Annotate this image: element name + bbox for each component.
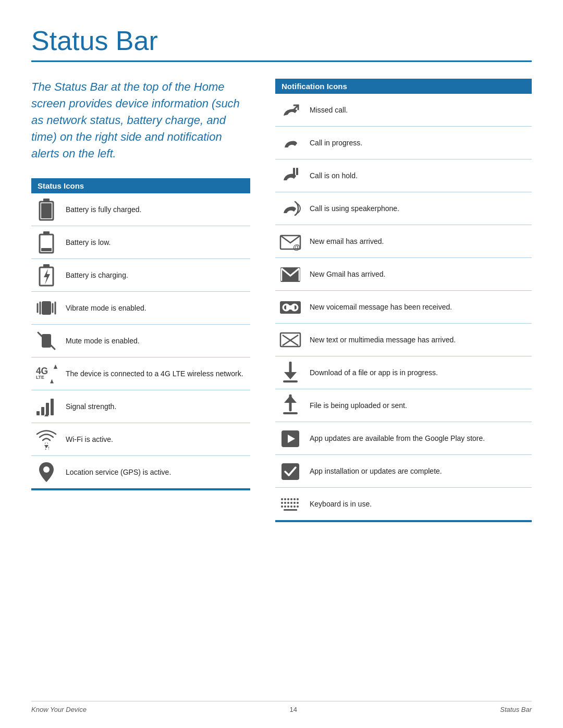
speakerphone-desc: Call is using speakerphone. bbox=[305, 192, 532, 225]
table-row: Battery is fully charged. bbox=[31, 193, 250, 226]
mute-icon bbox=[35, 330, 57, 352]
app-updates-icon bbox=[279, 427, 301, 449]
missed-call-desc: Missed call. bbox=[305, 94, 532, 127]
svg-rect-2 bbox=[41, 203, 52, 218]
svg-rect-24 bbox=[41, 407, 44, 415]
4g-lte-icon: 4G LTE bbox=[35, 363, 57, 385]
table-row: App updates are available from the Googl… bbox=[275, 422, 532, 455]
icon-cell bbox=[275, 389, 305, 422]
icon-cell bbox=[275, 422, 305, 455]
table-row: Battery is low. bbox=[31, 226, 250, 259]
table-row: 4G LTE The bbox=[31, 357, 250, 390]
svg-rect-23 bbox=[36, 411, 40, 415]
keyboard-icon bbox=[279, 493, 301, 515]
svg-point-70 bbox=[297, 502, 299, 504]
svg-text:↓↑: ↓↑ bbox=[44, 445, 50, 450]
call-in-progress-icon bbox=[279, 132, 301, 154]
icon-cell bbox=[275, 94, 305, 127]
icon-cell bbox=[275, 488, 305, 521]
svg-point-76 bbox=[297, 505, 299, 508]
download-icon bbox=[279, 362, 301, 384]
battery-charging-icon bbox=[35, 264, 57, 286]
svg-point-75 bbox=[293, 505, 296, 508]
table-row: App installation or updates are complete… bbox=[275, 455, 532, 488]
gps-desc: Location service (GPS) is active. bbox=[62, 456, 250, 489]
table-row: Signal strength. bbox=[31, 390, 250, 423]
table-row: Mute mode is enabled. bbox=[31, 325, 250, 357]
table-row: Battery is charging. bbox=[31, 259, 250, 292]
main-content: The Status Bar at the top of the Home sc… bbox=[31, 79, 532, 522]
svg-point-63 bbox=[293, 498, 296, 500]
svg-rect-26 bbox=[51, 399, 54, 415]
icon-cell bbox=[275, 324, 305, 356]
table-row: Call is on hold. bbox=[275, 159, 532, 192]
svg-rect-11 bbox=[42, 301, 51, 315]
title-divider bbox=[31, 60, 532, 62]
footer-left: Know Your Device bbox=[31, 706, 87, 713]
icon-cell bbox=[275, 356, 305, 389]
icon-cell bbox=[275, 159, 305, 192]
status-icons-table: Battery is fully charged. bbox=[31, 193, 250, 489]
icon-cell: 4G LTE bbox=[31, 357, 62, 390]
page-container: Status Bar The Status Bar at the top of … bbox=[0, 0, 563, 553]
svg-rect-5 bbox=[41, 248, 52, 251]
mute-desc: Mute mode is enabled. bbox=[62, 325, 250, 357]
svg-point-71 bbox=[281, 505, 283, 508]
wifi-icon: ↓↑ bbox=[35, 428, 57, 450]
gps-icon bbox=[35, 461, 57, 483]
table-row: File is being uploaded or sent. bbox=[275, 389, 532, 422]
vibrate-icon bbox=[35, 297, 57, 319]
svg-point-64 bbox=[297, 498, 299, 500]
icon-cell bbox=[275, 291, 305, 324]
footer-right: Status Bar bbox=[500, 706, 532, 713]
svg-point-74 bbox=[290, 505, 292, 508]
icon-cell bbox=[31, 292, 62, 325]
table-row: Location service (GPS) is active. bbox=[31, 456, 250, 489]
svg-text:@: @ bbox=[293, 243, 300, 251]
svg-rect-58 bbox=[282, 463, 299, 480]
battery-low-desc: Battery is low. bbox=[62, 226, 250, 259]
svg-rect-55 bbox=[283, 412, 298, 414]
svg-point-69 bbox=[293, 502, 296, 504]
call-in-progress-desc: Call in progress. bbox=[305, 127, 532, 159]
svg-rect-77 bbox=[284, 509, 297, 511]
left-column: The Status Bar at the top of the Home sc… bbox=[31, 79, 250, 490]
notification-icons-header: Notification Icons bbox=[275, 79, 532, 94]
missed-call-icon bbox=[279, 99, 301, 121]
table-row: New voicemail message has been received. bbox=[275, 291, 532, 324]
right-column: Notification Icons bbox=[275, 79, 532, 522]
svg-rect-46 bbox=[286, 305, 295, 310]
voicemail-icon bbox=[279, 296, 301, 318]
new-message-icon bbox=[279, 329, 301, 351]
svg-point-73 bbox=[287, 505, 289, 508]
svg-marker-22 bbox=[54, 365, 57, 369]
signal-desc: Signal strength. bbox=[62, 390, 250, 423]
signal-icon bbox=[35, 396, 57, 417]
wifi-desc: Wi-Fi is active. bbox=[62, 423, 250, 456]
icon-cell: ↓↑ bbox=[31, 423, 62, 456]
battery-full-desc: Battery is fully charged. bbox=[62, 193, 250, 226]
call-on-hold-icon bbox=[279, 165, 301, 187]
battery-low-icon bbox=[35, 231, 57, 253]
table-row: Download of a file or app is in progress… bbox=[275, 356, 532, 389]
icon-cell bbox=[31, 193, 62, 226]
upload-icon bbox=[279, 394, 301, 416]
svg-rect-4 bbox=[43, 231, 50, 235]
page-title: Status Bar bbox=[31, 25, 532, 56]
svg-point-67 bbox=[287, 502, 289, 504]
table-row: New text or multimedia message has arriv… bbox=[275, 324, 532, 356]
svg-point-62 bbox=[290, 498, 292, 500]
svg-text:LTE: LTE bbox=[36, 375, 44, 380]
new-email-desc: New email has arrived. bbox=[305, 225, 532, 258]
svg-rect-1 bbox=[43, 199, 50, 202]
svg-point-60 bbox=[284, 498, 286, 500]
svg-point-72 bbox=[284, 505, 286, 508]
footer-page-number: 14 bbox=[289, 706, 297, 713]
table-row: New Gmail has arrived. bbox=[275, 258, 532, 291]
new-gmail-desc: New Gmail has arrived. bbox=[305, 258, 532, 291]
download-desc: Download of a file or app is in progress… bbox=[305, 356, 532, 389]
svg-rect-35 bbox=[296, 168, 298, 175]
keyboard-desc: Keyboard is in use. bbox=[305, 488, 532, 521]
icon-cell bbox=[31, 325, 62, 357]
icon-cell bbox=[31, 226, 62, 259]
